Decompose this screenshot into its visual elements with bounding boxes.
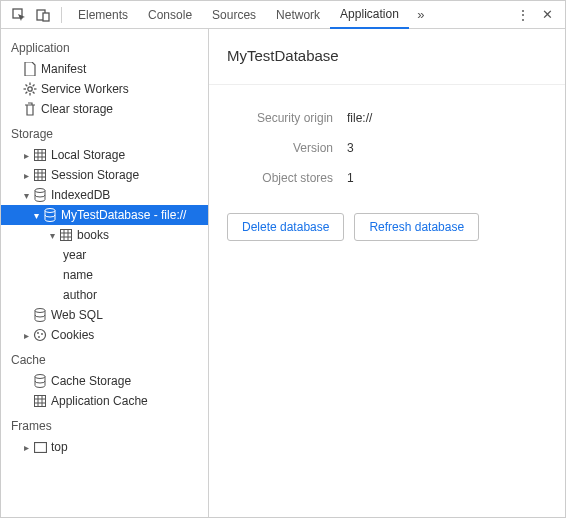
prop-label: Security origin: [227, 111, 347, 125]
tree-label: Session Storage: [49, 168, 139, 182]
svg-point-29: [35, 309, 45, 313]
item-frame-top[interactable]: ▸ top: [1, 437, 208, 457]
tab-sources[interactable]: Sources: [202, 2, 266, 28]
item-cookies[interactable]: ▸ Cookies: [1, 325, 208, 345]
chevron-right-icon: ▸: [21, 170, 31, 181]
table-icon: [31, 169, 49, 181]
svg-rect-17: [35, 170, 46, 181]
devtools-toolbar: Elements Console Sources Network Applica…: [1, 1, 565, 29]
cookie-icon: [31, 328, 49, 342]
prop-label: Version: [227, 141, 347, 155]
table-icon: [31, 149, 49, 161]
database-title: MyTestDatabase: [209, 29, 565, 85]
tab-elements[interactable]: Elements: [68, 2, 138, 28]
database-icon: [31, 374, 49, 388]
more-tabs-icon[interactable]: »: [413, 7, 429, 23]
item-indexeddb-database[interactable]: ▾ MyTestDatabase - file://: [1, 205, 208, 225]
button-row: Delete database Refresh database: [209, 203, 565, 251]
svg-point-33: [38, 336, 40, 338]
sidebar: Application Manifest Service Workers Cle…: [1, 29, 209, 517]
item-local-storage[interactable]: ▸ Local Storage: [1, 145, 208, 165]
tree-label: Web SQL: [49, 308, 103, 322]
properties: Security origin file:// Version 3 Object…: [209, 85, 565, 203]
item-manifest[interactable]: Manifest: [1, 59, 208, 79]
kebab-menu-icon[interactable]: ⋮: [515, 7, 531, 23]
gear-icon: [21, 82, 39, 96]
svg-point-31: [37, 332, 39, 334]
svg-rect-24: [61, 230, 72, 241]
prop-value: 1: [347, 171, 354, 185]
tree-label: Cache Storage: [49, 374, 131, 388]
svg-point-30: [35, 330, 46, 341]
database-icon: [31, 188, 49, 202]
panel-tabs: Elements Console Sources Network Applica…: [68, 1, 433, 29]
item-clear-storage[interactable]: Clear storage: [1, 99, 208, 119]
database-icon: [31, 308, 49, 322]
item-cache-storage[interactable]: Cache Storage: [1, 371, 208, 391]
svg-rect-2: [43, 13, 49, 21]
svg-line-10: [33, 85, 35, 87]
section-storage: Storage: [1, 119, 208, 145]
tree-label: Application Cache: [49, 394, 148, 408]
svg-line-11: [26, 92, 28, 94]
item-web-sql[interactable]: Web SQL: [1, 305, 208, 325]
prop-version: Version 3: [227, 133, 547, 163]
svg-point-3: [28, 87, 32, 91]
section-application: Application: [1, 33, 208, 59]
tree-label: IndexedDB: [49, 188, 110, 202]
device-toggle-icon[interactable]: [35, 7, 51, 23]
prop-value: 3: [347, 141, 354, 155]
chevron-right-icon: ▸: [21, 150, 31, 161]
item-object-store[interactable]: ▾ books: [1, 225, 208, 245]
item-service-workers[interactable]: Service Workers: [1, 79, 208, 99]
item-application-cache[interactable]: Application Cache: [1, 391, 208, 411]
chevron-down-icon: ▾: [31, 210, 41, 221]
item-index-author[interactable]: author: [1, 285, 208, 305]
chevron-right-icon: ▸: [21, 330, 31, 341]
svg-point-22: [35, 189, 45, 193]
svg-point-32: [41, 333, 43, 335]
tree-label: Clear storage: [39, 102, 113, 116]
tree-label: Manifest: [39, 62, 86, 76]
item-index-year[interactable]: year: [1, 245, 208, 265]
item-session-storage[interactable]: ▸ Session Storage: [1, 165, 208, 185]
svg-rect-12: [35, 150, 46, 161]
tree-label: Cookies: [49, 328, 94, 342]
svg-line-9: [33, 92, 35, 94]
detail-panel: MyTestDatabase Security origin file:// V…: [209, 29, 565, 517]
item-indexeddb[interactable]: ▾ IndexedDB: [1, 185, 208, 205]
svg-rect-35: [35, 396, 46, 407]
prop-label: Object stores: [227, 171, 347, 185]
refresh-database-button[interactable]: Refresh database: [354, 213, 479, 241]
tree-label: Local Storage: [49, 148, 125, 162]
tree-label: books: [75, 228, 109, 242]
toolbar-divider: [61, 7, 62, 23]
svg-point-23: [45, 209, 55, 213]
document-icon: [21, 62, 39, 76]
tree-label: Service Workers: [39, 82, 129, 96]
tree-label: top: [49, 440, 68, 454]
tab-network[interactable]: Network: [266, 2, 330, 28]
chevron-down-icon: ▾: [47, 230, 57, 241]
tab-console[interactable]: Console: [138, 2, 202, 28]
table-icon: [57, 229, 75, 241]
prop-value: file://: [347, 111, 372, 125]
tree-label: year: [61, 248, 86, 262]
item-index-name[interactable]: name: [1, 265, 208, 285]
delete-database-button[interactable]: Delete database: [227, 213, 344, 241]
svg-rect-40: [34, 442, 46, 452]
tab-application[interactable]: Application: [330, 1, 409, 29]
table-icon: [31, 395, 49, 407]
database-icon: [41, 208, 59, 222]
tree-label: author: [61, 288, 97, 302]
trash-icon: [21, 102, 39, 116]
chevron-down-icon: ▾: [21, 190, 31, 201]
frame-icon: [31, 442, 49, 453]
svg-point-34: [35, 375, 45, 379]
tree-label: name: [61, 268, 93, 282]
svg-line-8: [26, 85, 28, 87]
tree-label: MyTestDatabase - file://: [59, 208, 186, 222]
section-frames: Frames: [1, 411, 208, 437]
close-icon[interactable]: ✕: [539, 7, 555, 23]
inspect-icon[interactable]: [11, 7, 27, 23]
